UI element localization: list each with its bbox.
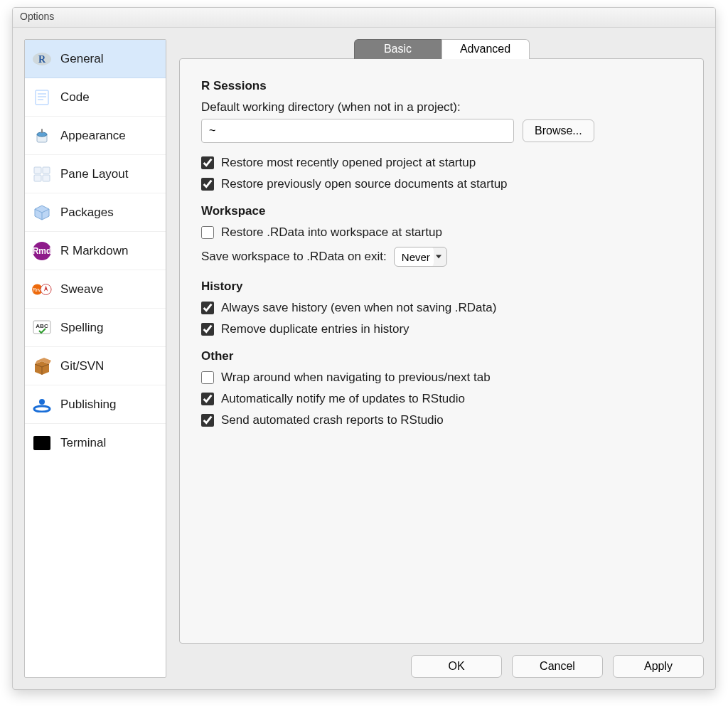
browse-button[interactable]: Browse... bbox=[523, 119, 594, 142]
sidebar-item-label: General bbox=[60, 52, 103, 66]
sidebar-item-label: Git/SVN bbox=[60, 359, 104, 373]
cancel-button[interactable]: Cancel bbox=[512, 655, 603, 678]
sidebar-item-label: Pane Layout bbox=[60, 167, 128, 181]
ok-button[interactable]: OK bbox=[411, 655, 502, 678]
spellcheck-icon: ABC bbox=[32, 318, 52, 338]
publish-icon bbox=[32, 395, 52, 415]
sidebar-item-label: Spelling bbox=[60, 321, 104, 335]
code-page-icon bbox=[32, 87, 52, 107]
chk-wrap-tabs-label: Wrap around when navigating to previous/… bbox=[221, 371, 491, 385]
chk-restore-rdata[interactable] bbox=[201, 226, 214, 239]
sidebar-item-terminal[interactable]: Terminal bbox=[25, 424, 166, 462]
svg-rect-9 bbox=[43, 167, 50, 174]
chk-always-save-history[interactable] bbox=[201, 302, 214, 314]
chk-always-save-history-label: Always save history (even when not savin… bbox=[221, 301, 496, 315]
sidebar-item-general[interactable]: R General bbox=[25, 40, 166, 78]
window-content: R General Code Appearance Pane bbox=[13, 28, 715, 689]
chk-restore-docs-label: Restore previously open source documents… bbox=[221, 177, 508, 191]
input-working-dir[interactable] bbox=[201, 119, 514, 143]
sidebar-item-label: Packages bbox=[60, 206, 114, 220]
panes-icon bbox=[32, 164, 52, 184]
rmd-badge-icon: Rmd bbox=[32, 241, 52, 261]
select-save-rdata[interactable]: Never bbox=[394, 247, 447, 267]
svg-point-18 bbox=[39, 399, 45, 405]
dialog-buttons: OK Cancel Apply bbox=[179, 655, 704, 678]
svg-rect-11 bbox=[43, 175, 50, 181]
chk-remove-dupes[interactable] bbox=[201, 323, 214, 336]
header-other: Other bbox=[201, 349, 682, 363]
sidebar-item-label: Publishing bbox=[60, 398, 116, 412]
sidebar-item-label: Terminal bbox=[60, 436, 106, 450]
sidebar-item-label: R Markdown bbox=[60, 244, 128, 258]
sidebar-item-rmarkdown[interactable]: Rmd R Markdown bbox=[25, 232, 166, 270]
tabs: Basic Advanced bbox=[354, 39, 530, 59]
svg-rect-19 bbox=[33, 436, 50, 450]
chk-remove-dupes-label: Remove duplicate entries in history bbox=[221, 322, 410, 336]
sidebar-item-sweave[interactable]: Rnw Sweave bbox=[25, 270, 166, 309]
sidebar: R General Code Appearance Pane bbox=[24, 39, 166, 678]
window-title: Options bbox=[20, 11, 54, 22]
svg-rect-2 bbox=[36, 90, 48, 105]
sidebar-item-pane-layout[interactable]: Pane Layout bbox=[25, 155, 166, 193]
sweave-icon: Rnw bbox=[32, 279, 52, 299]
svg-point-17 bbox=[34, 406, 50, 412]
header-r-sessions: R Sessions bbox=[201, 79, 682, 93]
sidebar-item-git-svn[interactable]: Git/SVN bbox=[25, 347, 166, 385]
sidebar-item-label: Sweave bbox=[60, 282, 103, 297]
sidebar-item-label: Appearance bbox=[60, 129, 126, 143]
chk-notify-updates[interactable] bbox=[201, 393, 214, 405]
chk-restore-project[interactable] bbox=[201, 156, 214, 169]
svg-text:R: R bbox=[38, 54, 46, 65]
chk-wrap-tabs[interactable] bbox=[201, 371, 214, 384]
label-save-rdata: Save workspace to .RData on exit: bbox=[201, 250, 387, 264]
settings-panel: R Sessions Default working directory (wh… bbox=[179, 58, 704, 644]
chk-restore-project-label: Restore most recently opened project at … bbox=[221, 156, 476, 170]
sidebar-item-label: Code bbox=[60, 90, 90, 105]
paint-bucket-icon bbox=[32, 126, 52, 146]
chk-restore-rdata-label: Restore .RData into workspace at startup bbox=[221, 225, 442, 240]
r-logo-icon: R bbox=[32, 49, 52, 69]
sidebar-item-publishing[interactable]: Publishing bbox=[25, 385, 166, 424]
svg-rect-7 bbox=[41, 129, 43, 133]
chk-crash-reports[interactable] bbox=[201, 414, 214, 427]
main-pane: Basic Advanced R Sessions Default workin… bbox=[179, 39, 704, 678]
options-window: Options R General Code Appearance bbox=[12, 7, 716, 690]
box-icon bbox=[32, 356, 52, 376]
svg-rect-8 bbox=[34, 167, 41, 174]
sidebar-item-code[interactable]: Code bbox=[25, 78, 166, 117]
sidebar-item-spelling[interactable]: ABC Spelling bbox=[25, 309, 166, 347]
chk-restore-docs[interactable] bbox=[201, 178, 214, 191]
apply-button[interactable]: Apply bbox=[613, 655, 704, 678]
terminal-icon bbox=[32, 433, 52, 453]
tab-advanced[interactable]: Advanced bbox=[441, 39, 530, 59]
sidebar-item-packages[interactable]: Packages bbox=[25, 193, 166, 232]
svg-text:ABC: ABC bbox=[36, 323, 48, 329]
window-titlebar: Options bbox=[13, 8, 715, 28]
sidebar-item-appearance[interactable]: Appearance bbox=[25, 117, 166, 155]
svg-rect-10 bbox=[34, 175, 41, 181]
header-workspace: Workspace bbox=[201, 204, 682, 218]
chk-notify-updates-label: Automatically notify me of updates to RS… bbox=[221, 392, 465, 406]
label-working-dir: Default working directory (when not in a… bbox=[201, 100, 682, 114]
cube-icon bbox=[32, 203, 52, 223]
chk-crash-reports-label: Send automated crash reports to RStudio bbox=[221, 413, 444, 427]
header-history: History bbox=[201, 279, 682, 294]
tab-basic[interactable]: Basic bbox=[354, 39, 442, 59]
